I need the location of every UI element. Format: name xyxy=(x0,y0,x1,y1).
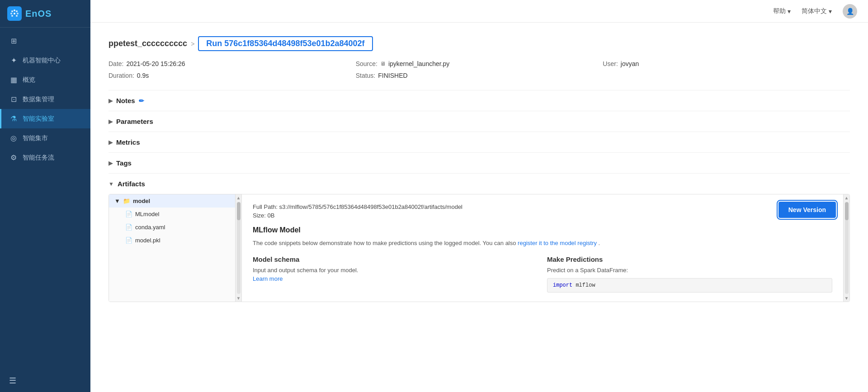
tree-scrollbar[interactable]: ▲ ▼ xyxy=(236,194,242,302)
artifacts-detail: Full Path: s3://mlflow/5785/576c1f85364d… xyxy=(242,194,843,302)
overview-icon: ▦ xyxy=(9,76,18,84)
tree-item-mlmodel[interactable]: 📄 MLmodel xyxy=(109,208,235,221)
artifacts-header[interactable]: ▼ Artifacts xyxy=(108,174,850,194)
code-text: mlflow xyxy=(576,282,595,288)
status-label: Status: xyxy=(356,72,376,79)
register-link[interactable]: register it to the model registry xyxy=(518,240,597,246)
tree-scroll-up[interactable]: ▲ xyxy=(236,195,241,200)
svg-point-4 xyxy=(14,13,15,14)
parameters-chevron-icon: ▶ xyxy=(108,118,113,125)
sidebar-item-ai-lab-label: 智能实验室 xyxy=(23,115,54,123)
code-block: import mlflow xyxy=(547,278,832,293)
tags-chevron-icon: ▶ xyxy=(108,160,113,166)
help-button[interactable]: 帮助 ▾ xyxy=(773,7,791,15)
duration-value: 0.9s xyxy=(137,72,149,79)
sidebar-item-ai-market[interactable]: ◎ 智能集市 xyxy=(0,128,90,148)
detail-scroll-up[interactable]: ▲ xyxy=(844,195,849,200)
top-header: 帮助 ▾ 简体中文 ▾ 👤 xyxy=(90,0,868,23)
meta-date: Date: 2021-05-20 15:26:26 xyxy=(108,60,356,67)
learn-more-link[interactable]: Learn more xyxy=(253,275,283,282)
tree-scroll-down[interactable]: ▼ xyxy=(236,296,241,301)
file-icon-conda: 📄 xyxy=(125,224,132,231)
register-suffix: . xyxy=(599,240,600,246)
size-label: Size: xyxy=(253,212,266,219)
help-label: 帮助 xyxy=(773,7,786,15)
sidebar-item-ai-center[interactable]: ✦ 机器智能中心 xyxy=(0,51,90,70)
date-value: 2021-05-20 15:26:26 xyxy=(126,60,185,67)
mlflow-model-desc: The code snippets below demonstrate how … xyxy=(253,239,832,248)
svg-point-6 xyxy=(11,15,13,17)
svg-point-0 xyxy=(11,10,13,12)
meta-user: User: jovyan xyxy=(603,60,850,67)
predict-desc: Predict on a Spark DataFrame: xyxy=(547,266,832,275)
tree-item-modelpkl[interactable]: 📄 model.pkl xyxy=(109,234,235,247)
svg-point-2 xyxy=(16,10,18,12)
notes-edit-icon[interactable]: ✏ xyxy=(139,97,144,104)
status-value: FINISHED xyxy=(378,72,407,79)
full-path-label: Full Path: xyxy=(253,203,278,210)
metrics-chevron-icon: ▶ xyxy=(108,139,113,146)
sidebar-item-overview-label: 概览 xyxy=(23,76,35,84)
breadcrumb-current[interactable]: Run 576c1f85364d48498f53e01b2a84002f xyxy=(198,36,373,51)
make-predictions-col: Make Predictions Predict on a Spark Data… xyxy=(547,255,832,293)
lang-label: 简体中文 xyxy=(802,7,827,15)
user-avatar[interactable]: 👤 xyxy=(843,4,857,19)
home-icon: ⊞ xyxy=(9,37,18,45)
tree-scroll-thumb xyxy=(237,202,241,220)
detail-scroll-down[interactable]: ▼ xyxy=(844,296,849,301)
sidebar-item-data-mgmt-label: 数据集管理 xyxy=(23,95,54,104)
parameters-header[interactable]: ▶ Parameters xyxy=(108,111,850,132)
metrics-header[interactable]: ▶ Metrics xyxy=(108,132,850,152)
breadcrumb: ppetest_cccccccccc > Run 576c1f85364d484… xyxy=(108,36,850,51)
detail-scroll-thumb xyxy=(845,202,849,220)
sidebar-item-ai-center-label: 机器智能中心 xyxy=(23,57,61,65)
tree-item-conda[interactable]: 📄 conda.yaml xyxy=(109,221,235,234)
artifacts-label: Artifacts xyxy=(118,180,145,188)
lang-chevron: ▾ xyxy=(829,8,832,15)
detail-scrollbar[interactable]: ▲ ▼ xyxy=(843,194,849,302)
sidebar-item-overview[interactable]: ▦ 概览 xyxy=(0,70,90,90)
breadcrumb-separator: > xyxy=(191,40,194,47)
avatar-icon: 👤 xyxy=(846,8,854,15)
meta-status: Status: FINISHED xyxy=(356,72,603,79)
schema-desc-text: Input and output schema for your model. xyxy=(253,267,358,274)
tags-header[interactable]: ▶ Tags xyxy=(108,153,850,173)
sidebar-item-home[interactable]: ⊞ xyxy=(0,31,90,51)
artifacts-panel: ▼ 📁 model 📄 MLmodel 📄 conda.yaml 📄 xyxy=(108,194,850,302)
tree-item-mlmodel-label: MLmodel xyxy=(135,211,159,217)
detail-scroll-track xyxy=(845,202,849,294)
breadcrumb-parent: ppetest_cccccccccc xyxy=(108,39,187,48)
svg-point-5 xyxy=(17,13,19,14)
user-label: User: xyxy=(603,60,618,67)
mlflow-model-title: MLflow Model xyxy=(253,226,832,234)
model-schema-col: Model schema Input and output schema for… xyxy=(253,255,538,293)
notes-header[interactable]: ▶ Notes ✏ xyxy=(108,90,850,111)
tree-item-model-label: model xyxy=(133,198,150,204)
ai-center-icon: ✦ xyxy=(9,56,18,65)
ai-task-icon: ⚙ xyxy=(9,153,18,162)
sidebar-logo: EnOS xyxy=(0,0,90,28)
model-desc-text: The code snippets below demonstrate how … xyxy=(253,240,516,246)
folder-collapse-icon: ▼ xyxy=(114,198,120,204)
meta-source: Source: 🖥 ipykernel_launcher.py xyxy=(356,60,603,67)
new-version-button[interactable]: New Version xyxy=(778,202,836,218)
file-icon-modelpkl: 📄 xyxy=(125,237,132,244)
schema-desc: Input and output schema for your model. … xyxy=(253,266,538,283)
svg-point-3 xyxy=(10,13,12,14)
sidebar-item-data-mgmt[interactable]: ⊡ 数据集管理 xyxy=(0,90,90,109)
sidebar-item-ai-task[interactable]: ⚙ 智能任务流 xyxy=(0,148,90,167)
sidebar: EnOS ⊞ ✦ 机器智能中心 ▦ 概览 ⊡ 数据集管理 ⚗ 智能实验室 xyxy=(0,0,90,392)
artifacts-section: ▼ Artifacts ▼ 📁 model 📄 MLmodel xyxy=(108,173,850,302)
folder-icon: 📁 xyxy=(123,198,130,204)
artifacts-tree: ▼ 📁 model 📄 MLmodel 📄 conda.yaml 📄 xyxy=(109,194,236,302)
detail-full-path: Full Path: s3://mlflow/5785/576c1f85364d… xyxy=(253,203,832,210)
data-mgmt-icon: ⊡ xyxy=(9,95,18,104)
language-button[interactable]: 简体中文 ▾ xyxy=(802,7,832,15)
sidebar-footer[interactable]: ☰ xyxy=(0,369,90,392)
predict-title: Make Predictions xyxy=(547,255,832,263)
duration-label: Duration: xyxy=(108,72,134,79)
svg-point-1 xyxy=(14,9,15,11)
notes-chevron-icon: ▶ xyxy=(108,98,113,104)
tree-item-model[interactable]: ▼ 📁 model xyxy=(109,194,235,208)
sidebar-item-ai-lab[interactable]: ⚗ 智能实验室 xyxy=(0,109,90,128)
